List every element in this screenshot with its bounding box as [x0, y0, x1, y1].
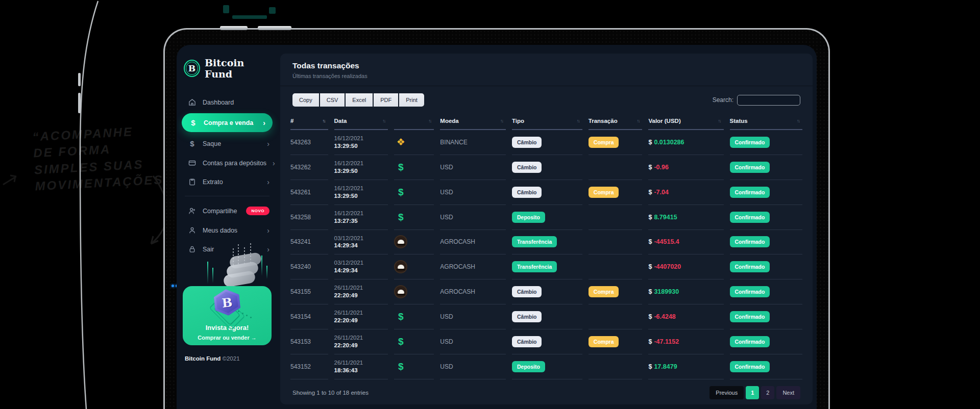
- faded-ui-artifact: [223, 5, 229, 13]
- tipo-badge: Transferência: [512, 236, 557, 247]
- excel-button[interactable]: Excel: [346, 93, 373, 107]
- next-page-button[interactable]: Next: [776, 386, 800, 399]
- chevron-right-icon: ›: [263, 119, 265, 126]
- device-volume-button: [220, 26, 248, 30]
- transaction-value: $-47.1152: [648, 329, 723, 354]
- transaction-id: 543154: [290, 304, 328, 329]
- sidebar-divider: [185, 196, 270, 196]
- sidebar-item-contas-para-depositos[interactable]: Contas para depósitos ›: [177, 154, 278, 172]
- transaction-value: $-0.96: [648, 155, 723, 180]
- transaction-id: 543155: [290, 279, 328, 304]
- column-header-tipo[interactable]: Tipo↑↓: [512, 112, 582, 130]
- transaction-id: 543263: [290, 130, 328, 155]
- pdf-button[interactable]: PDF: [374, 93, 398, 107]
- sidebar-item-dashboard[interactable]: Dashboard: [177, 93, 278, 112]
- currency-name: USD: [440, 155, 506, 180]
- status-badge: Confirmado: [730, 187, 770, 198]
- clipboard-icon: [188, 178, 197, 186]
- transaction-value: $3189930: [648, 279, 723, 304]
- tipo-badge: Câmbio: [512, 162, 542, 173]
- sort-icon: ↑↓: [636, 118, 639, 123]
- column-header-valor[interactable]: Valor (USD)↑↓: [648, 112, 723, 130]
- table-row: 543263 16/12/202113:29:50 ❖ BINANCE Câmb…: [290, 130, 802, 155]
- sidebar-item-compra-e-venda[interactable]: $ Compra e venda ›: [182, 113, 273, 132]
- page-1-button[interactable]: 1: [746, 386, 759, 399]
- brand-initial: B: [188, 63, 195, 73]
- transaction-date: 16/12/202113:27:35: [334, 205, 388, 230]
- sidebar-item-label: Saque: [203, 140, 261, 147]
- previous-page-button[interactable]: Previous: [709, 386, 744, 399]
- page-2-button[interactable]: 2: [761, 386, 774, 399]
- tipo-badge: Câmbio: [512, 187, 542, 198]
- transactions-table-wrap: #↑↓ Data↑↓ ↑↓ Moeda↑↓ Tipo↑↓ Transação↑↓…: [280, 112, 813, 379]
- table-row: 543153 26/11/202122:20:49 $ USD Câmbio C…: [290, 329, 802, 354]
- sidebar-item-label: Dashboard: [203, 99, 270, 106]
- sidebar-item-label: Compra e venda: [204, 119, 257, 126]
- promo-cta-link[interactable]: Comprar ou vender →: [187, 335, 267, 341]
- transaction-id: 543262: [290, 155, 328, 180]
- export-button-group: Copy CSV Excel PDF Print: [292, 93, 424, 107]
- sidebar-item-meus-dados[interactable]: Meus dados ›: [177, 221, 278, 240]
- column-header-status[interactable]: Status↑↓: [730, 112, 803, 130]
- chevron-right-icon: ›: [273, 160, 275, 167]
- search-input[interactable]: [737, 95, 800, 106]
- table-row: 543241 03/12/202114:29:34 AGROCASH Trans…: [290, 230, 802, 255]
- column-header-coin[interactable]: ↑↓: [394, 112, 434, 130]
- transaction-value: $0.0130286: [648, 130, 723, 155]
- usd-icon: $: [394, 186, 407, 199]
- handwritten-note: “ACOMPANHE DE FORMA SIMPLES SUAS MOVIMEN…: [32, 122, 164, 195]
- tipo-badge: Deposito: [512, 361, 545, 372]
- search-control: Search:: [713, 95, 800, 106]
- tipo-badge: Transferência: [512, 261, 557, 272]
- chevron-right-icon: ›: [267, 140, 270, 147]
- sort-icon: ↑↓: [500, 118, 503, 123]
- sidebar: B Bitcoin Fund Dashboard $ Compra e vend…: [177, 45, 278, 409]
- status-badge: Confirmado: [730, 311, 770, 322]
- invest-now-card[interactable]: B Invista agora! Comprar ou vender →: [183, 286, 272, 345]
- sidebar-item-extrato[interactable]: Extrato ›: [177, 172, 278, 191]
- novo-badge: NOVO: [246, 207, 270, 215]
- copy-button[interactable]: Copy: [292, 93, 319, 107]
- column-header-id[interactable]: #↑↓: [290, 112, 328, 130]
- coins-illustration: [206, 252, 267, 288]
- sort-icon: ↑↓: [577, 118, 579, 123]
- faded-ui-artifact: [269, 7, 276, 14]
- table-row: 543261 16/12/202113:29:50 $ USD Câmbio C…: [290, 180, 802, 205]
- transacao-badge: Compra: [589, 137, 619, 148]
- column-header-data[interactable]: Data↑↓: [334, 112, 388, 130]
- status-badge: Confirmado: [730, 236, 770, 247]
- currency-name: USD: [440, 329, 506, 354]
- user-icon: [188, 226, 197, 234]
- sort-icon: ↑↓: [797, 118, 799, 123]
- usd-icon: $: [394, 161, 407, 174]
- column-header-transacao[interactable]: Transação↑↓: [589, 112, 643, 130]
- csv-button[interactable]: CSV: [320, 93, 345, 107]
- transaction-value: $-44515.4: [648, 230, 723, 255]
- home-icon: [188, 98, 197, 106]
- chevron-right-icon: ›: [267, 246, 270, 253]
- transaction-id: 543241: [290, 230, 328, 255]
- agrocash-icon: [394, 285, 407, 298]
- transacao-badge: Compra: [589, 187, 619, 198]
- transaction-value: $17.8479: [648, 354, 723, 379]
- column-header-moeda[interactable]: Moeda↑↓: [440, 112, 506, 130]
- transaction-date: 16/12/202113:29:50: [334, 130, 388, 155]
- table-row: 543154 26/11/202122:20:49 $ USD Câmbio $…: [290, 304, 802, 329]
- table-row: 543240 03/12/202114:29:34 AGROCASH Trans…: [290, 254, 802, 279]
- status-badge: Confirmado: [730, 212, 770, 223]
- transaction-value: $-6.4248: [648, 304, 723, 329]
- agrocash-icon: [394, 260, 407, 273]
- table-row: 543152 26/11/202118:36:43 $ USD Deposito…: [290, 354, 802, 379]
- print-button[interactable]: Print: [399, 93, 424, 107]
- chevron-right-icon: ›: [267, 178, 270, 186]
- credit-card-icon: [188, 159, 197, 167]
- currency-name: USD: [440, 205, 506, 230]
- sidebar-item-compartilhe[interactable]: Compartilhe NOVO: [177, 201, 278, 221]
- table-header-row: #↑↓ Data↑↓ ↑↓ Moeda↑↓ Tipo↑↓ Transação↑↓…: [290, 112, 802, 130]
- sort-icon: ↑↓: [428, 118, 431, 123]
- bitcoin-logo-icon: B: [184, 60, 200, 77]
- sidebar-item-saque[interactable]: $ Saque ›: [177, 134, 278, 154]
- transaction-value: $8.79415: [648, 205, 723, 230]
- page-subtitle: Últimas transações realizadas: [292, 73, 800, 79]
- tablet-device: B Bitcoin Fund Dashboard $ Compra e vend…: [163, 28, 830, 409]
